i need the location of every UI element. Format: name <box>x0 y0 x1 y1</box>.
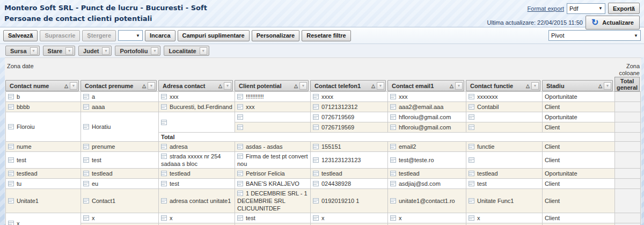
grid-expand-icon[interactable] <box>390 104 396 110</box>
format-export-link[interactable]: Format export <box>528 5 564 12</box>
personalize-button[interactable]: Personalizare <box>252 30 300 41</box>
grid-expand-icon[interactable] <box>313 171 319 176</box>
grid-expand-icon[interactable] <box>237 94 243 99</box>
dropdown-icon[interactable]: ▼ <box>224 82 231 90</box>
grid-expand-icon[interactable] <box>83 104 89 110</box>
grid-expand-icon[interactable] <box>237 125 243 130</box>
grid-expand-icon[interactable] <box>8 157 14 163</box>
export-format-select[interactable]: Pdf ▼ <box>567 3 605 14</box>
dropdown-icon[interactable]: ▼ <box>151 47 158 55</box>
grid-expand-icon[interactable] <box>237 215 243 221</box>
grid-expand-icon[interactable] <box>8 221 14 225</box>
grid-expand-icon[interactable] <box>313 181 319 186</box>
grid-expand-icon[interactable] <box>469 144 474 149</box>
grid-expand-icon[interactable] <box>161 171 167 176</box>
grid-expand-icon[interactable] <box>313 215 319 221</box>
grid-expand-icon[interactable] <box>313 104 319 110</box>
grid-expand-icon[interactable] <box>8 104 14 110</box>
filter-sursa[interactable]: Sursa▼ <box>5 46 40 56</box>
reset-filters-button[interactable]: Resetare filtre <box>302 30 350 41</box>
filter-localitate[interactable]: Localitate▼ <box>164 46 209 56</box>
overwrite-button[interactable]: Suprascrie <box>40 30 80 41</box>
grid-expand-icon[interactable] <box>237 154 243 159</box>
grid-expand-icon[interactable] <box>161 94 167 99</box>
grid-expand-icon[interactable] <box>83 157 89 163</box>
grid-expand-icon[interactable] <box>237 191 243 196</box>
grid-expand-icon[interactable] <box>313 94 319 99</box>
grid-expand-icon[interactable] <box>313 114 319 120</box>
column-header-button[interactable]: Stadiu△▼ <box>542 80 613 91</box>
grid-expand-icon[interactable] <box>469 114 474 120</box>
grid-expand-icon[interactable] <box>237 171 243 176</box>
grid-expand-icon[interactable] <box>390 198 396 204</box>
grid-expand-icon[interactable] <box>83 198 89 204</box>
column-header-button[interactable]: Contact nume△▼ <box>5 80 79 91</box>
dropdown-icon[interactable]: ▼ <box>604 82 611 90</box>
save-button[interactable]: Salvează <box>3 30 38 41</box>
grid-expand-icon[interactable] <box>8 124 14 129</box>
dropdown-icon[interactable]: ▼ <box>200 47 207 55</box>
grid-expand-icon[interactable] <box>83 94 89 99</box>
grid-expand-icon[interactable] <box>161 154 167 159</box>
extra-fields-button[interactable]: Campuri suplimentare <box>178 30 250 41</box>
column-header-button[interactable]: Contact prenume△▼ <box>80 80 157 91</box>
column-header-button[interactable]: Contact email1△▼ <box>387 80 464 91</box>
grid-expand-icon[interactable] <box>161 144 167 149</box>
grid-expand-icon[interactable] <box>161 198 167 204</box>
grid-expand-icon[interactable] <box>390 181 396 186</box>
filter-portofoliu[interactable]: Portofoliu▼ <box>115 46 160 56</box>
grid-expand-icon[interactable] <box>8 144 14 149</box>
grid-expand-icon[interactable] <box>313 144 319 149</box>
export-button[interactable]: Exportă <box>608 3 640 14</box>
grid-expand-icon[interactable] <box>8 94 14 99</box>
grid-expand-icon[interactable] <box>390 125 396 130</box>
dropdown-icon[interactable]: ▼ <box>70 82 77 90</box>
grid-expand-icon[interactable] <box>237 104 243 110</box>
dropdown-icon[interactable]: ▼ <box>299 82 307 90</box>
delete-button[interactable]: Ștergere <box>82 30 116 41</box>
dropdown-icon[interactable]: ▼ <box>377 82 384 90</box>
grid-expand-icon[interactable] <box>161 215 167 221</box>
grid-expand-icon[interactable] <box>469 104 474 110</box>
grid-expand-icon[interactable] <box>469 215 474 221</box>
dropdown-icon[interactable]: ▼ <box>455 82 463 90</box>
grid-expand-icon[interactable] <box>237 144 243 149</box>
load-button[interactable]: Incarca <box>145 30 175 41</box>
dropdown-icon[interactable]: ▼ <box>102 47 109 55</box>
column-header-button[interactable]: Client potential△▼ <box>235 80 309 91</box>
grid-expand-icon[interactable] <box>390 157 396 163</box>
grid-expand-icon[interactable] <box>469 198 474 204</box>
grid-expand-icon[interactable] <box>83 215 89 221</box>
grid-expand-icon[interactable] <box>161 120 167 125</box>
grid-expand-icon[interactable] <box>469 171 474 176</box>
view-mode-select[interactable]: Pivot ▼ <box>548 30 641 41</box>
grid-expand-icon[interactable] <box>8 198 14 204</box>
grid-expand-icon[interactable] <box>390 144 396 149</box>
grid-expand-icon[interactable] <box>390 171 396 176</box>
grid-expand-icon[interactable] <box>313 198 319 204</box>
grid-expand-icon[interactable] <box>390 215 396 221</box>
grid-expand-icon[interactable] <box>469 94 474 99</box>
grid-expand-icon[interactable] <box>83 171 89 176</box>
grid-expand-icon[interactable] <box>83 181 89 186</box>
dropdown-icon[interactable]: ▼ <box>148 82 155 90</box>
grid-expand-icon[interactable] <box>469 157 474 163</box>
grid-expand-icon[interactable] <box>237 114 243 120</box>
filter-stare[interactable]: Stare▼ <box>43 46 76 56</box>
filter-judet[interactable]: Judet▼ <box>78 46 112 56</box>
grid-expand-icon[interactable] <box>83 124 89 129</box>
grid-expand-icon[interactable] <box>8 171 14 176</box>
grid-expand-icon[interactable] <box>313 125 319 130</box>
dropdown-icon[interactable]: ▼ <box>65 47 73 55</box>
grid-expand-icon[interactable] <box>83 144 89 149</box>
dropdown-icon[interactable]: ▼ <box>531 82 539 90</box>
refresh-button[interactable]: ↻ Actualizare <box>586 16 640 30</box>
column-header-button[interactable]: Contact telefon1△▼ <box>310 80 386 91</box>
grid-expand-icon[interactable] <box>469 181 474 186</box>
grid-expand-icon[interactable] <box>469 125 474 130</box>
grid-expand-icon[interactable] <box>161 104 167 110</box>
grid-expand-icon[interactable] <box>161 181 167 186</box>
grid-expand-icon[interactable] <box>313 157 319 163</box>
grid-expand-icon[interactable] <box>237 181 243 186</box>
grid-expand-icon[interactable] <box>390 94 396 99</box>
